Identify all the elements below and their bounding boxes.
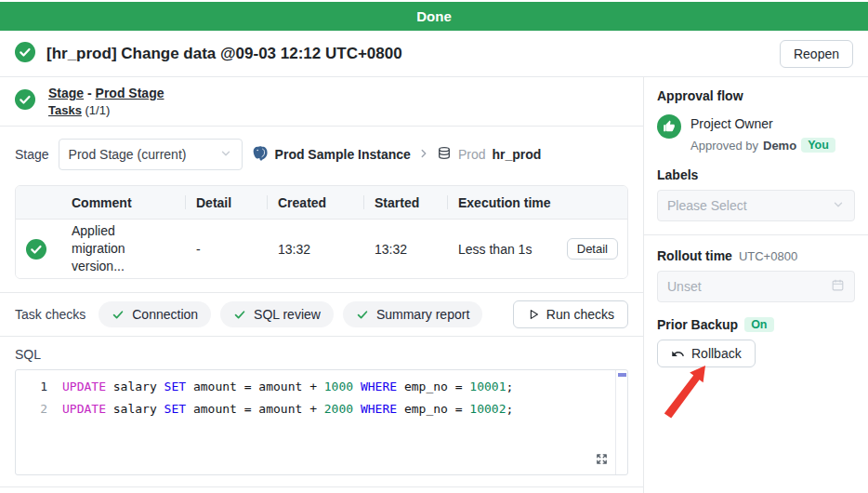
issue-header: [hr_prod] Change data @09-03 12:12 UTC+0… <box>0 31 868 77</box>
task-table-header: Comment Detail Created Started Execution… <box>16 186 627 219</box>
approval-role: Project Owner <box>690 114 835 132</box>
issue-sidebar: Approval flow Project Owner Approved by … <box>644 77 868 493</box>
approved-by-prefix: Approved by <box>690 139 758 153</box>
rollout-time-input[interactable]: Unset <box>657 271 855 302</box>
approver-name: Demo <box>763 139 796 153</box>
rollout-time-value: Unset <box>667 279 702 294</box>
run-checks-label: Run checks <box>546 307 614 322</box>
column-header-created: Created <box>267 186 363 219</box>
task-comment: Applied migration version... <box>57 222 185 275</box>
calendar-icon <box>831 278 845 295</box>
rollout-timezone: UTC+0800 <box>739 249 797 263</box>
task-table: Comment Detail Created Started Execution… <box>15 185 628 279</box>
chevron-down-icon <box>832 198 845 214</box>
sql-line-1: 1UPDATE salary SET amount = amount + 100… <box>16 376 627 398</box>
sql-section: SQL 1UPDATE salary SET amount = amount +… <box>0 337 643 487</box>
prior-backup-title: Prior Backup <box>657 317 738 332</box>
thumbs-up-icon <box>657 114 681 139</box>
stage-bar: Stage Prod Stage (current) Prod Sample I… <box>0 127 643 174</box>
stage-label: Stage <box>15 147 49 162</box>
chevron-right-icon <box>417 147 430 163</box>
environment-name: Prod <box>458 147 486 162</box>
sql-editor[interactable]: 1UPDATE salary SET amount = amount + 100… <box>15 369 628 475</box>
task-started: 13:32 <box>363 242 447 257</box>
check-circle-icon <box>15 42 35 66</box>
check-pill-label: Connection <box>132 307 198 322</box>
rollback-area: Rollback <box>657 340 855 367</box>
stage-select[interactable]: Prod Stage (current) <box>59 139 243 170</box>
play-icon <box>527 308 540 321</box>
stage-name-link[interactable]: Prod Stage <box>96 86 164 100</box>
column-header-comment: Comment <box>57 186 185 219</box>
line-number: 1 <box>16 376 47 398</box>
rollback-button[interactable]: Rollback <box>657 340 756 367</box>
sql-line-2: 2UPDATE salary SET amount = amount + 200… <box>16 398 627 420</box>
editor-scrollbar[interactable] <box>615 370 627 474</box>
tasks-link[interactable]: Tasks <box>48 103 82 117</box>
column-header-execution-time: Execution time <box>447 186 557 219</box>
sql-label: SQL <box>15 347 628 362</box>
labels-title: Labels <box>657 167 855 182</box>
status-column-header <box>16 186 57 219</box>
check-icon <box>356 308 369 321</box>
line-number: 2 <box>16 398 47 420</box>
approved-by-line: Approved by Demo You <box>690 138 835 153</box>
status-banner-label: Done <box>416 8 452 24</box>
annotation-arrow <box>659 362 711 421</box>
check-icon <box>233 308 246 321</box>
database-icon <box>437 146 452 164</box>
table-row[interactable]: Applied migration version... - 13:32 13:… <box>16 219 627 278</box>
expand-icon[interactable] <box>595 452 609 469</box>
tasks-row: Tasks (1/1) <box>48 103 164 117</box>
check-circle-icon <box>15 89 35 113</box>
run-checks-button[interactable]: Run checks <box>513 300 628 328</box>
stage-select-value: Prod Stage (current) <box>69 147 187 162</box>
labels-select[interactable]: Please Select <box>657 190 855 221</box>
check-pill-sql-review[interactable]: SQL review <box>220 301 334 327</box>
stage-breadcrumb: Stage - Prod Stage <box>48 86 164 100</box>
postgres-icon <box>252 145 269 165</box>
reopen-button[interactable]: Reopen <box>780 40 853 68</box>
you-badge: You <box>801 138 835 153</box>
column-header-started: Started <box>363 186 447 219</box>
status-banner: Done <box>0 2 868 31</box>
check-circle-icon <box>16 239 57 260</box>
page-title: [hr_prod] Change data @09-03 12:12 UTC+0… <box>46 45 769 63</box>
task-created: 13:32 <box>267 242 363 257</box>
check-pill-label: Summary report <box>376 307 469 322</box>
approval-flow-step: Project Owner Approved by Demo You <box>657 114 855 153</box>
detail-button[interactable]: Detail <box>567 238 618 260</box>
instance-name[interactable]: Prod Sample Instance <box>275 147 411 162</box>
task-execution-time: Less than 1s <box>447 242 557 257</box>
check-pill-connection[interactable]: Connection <box>99 301 211 327</box>
issue-main-panel: Stage - Prod Stage Tasks (1/1) Stage Pro… <box>0 77 644 493</box>
database-breadcrumb: Prod Sample Instance Prod hr_prod <box>252 145 542 165</box>
scrollbar-marker <box>618 373 626 377</box>
labels-select-placeholder: Please Select <box>667 198 747 213</box>
stage-summary: Stage - Prod Stage Tasks (1/1) <box>0 77 643 127</box>
check-icon <box>112 308 125 321</box>
stage-link[interactable]: Stage <box>48 86 84 100</box>
tasks-count: (1/1) <box>85 103 111 117</box>
check-pill-label: SQL review <box>254 307 321 322</box>
undo-icon <box>671 347 685 361</box>
column-header-action <box>557 186 627 219</box>
sidebar-divider <box>644 234 868 235</box>
task-detail: - <box>185 242 267 257</box>
task-checks-bar: Task checks Connection SQL review Summar… <box>0 292 643 337</box>
task-checks-label: Task checks <box>15 307 85 322</box>
check-pill-summary-report[interactable]: Summary report <box>343 301 482 327</box>
column-header-detail: Detail <box>185 186 267 219</box>
rollout-time-title: Rollout time <box>657 248 732 263</box>
stage-separator: - <box>87 86 92 100</box>
database-name[interactable]: hr_prod <box>492 147 541 162</box>
backup-on-badge: On <box>744 317 773 332</box>
rollback-label: Rollback <box>691 346 742 361</box>
chevron-down-icon <box>219 147 232 163</box>
approval-flow-title: Approval flow <box>657 88 855 103</box>
